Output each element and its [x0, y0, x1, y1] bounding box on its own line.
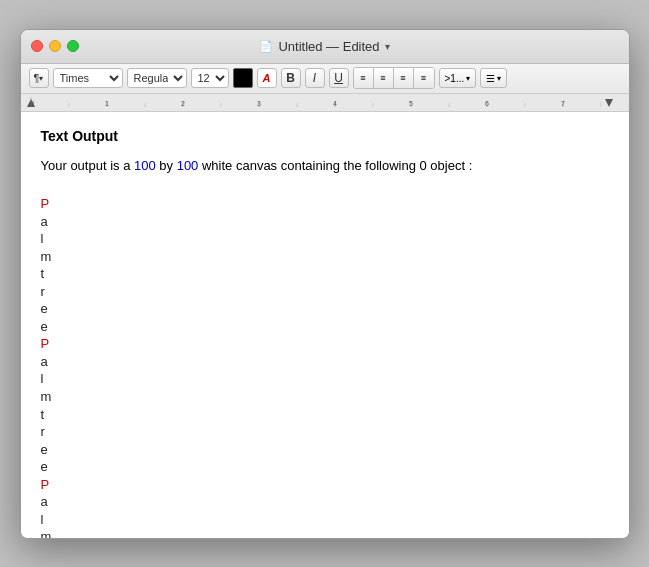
traffic-lights: [31, 40, 79, 52]
svg-rect-0: [21, 94, 629, 112]
toolbar: ¶ ▾ Times Regular 12 A B I U ≡: [21, 64, 629, 94]
char-P1: P: [41, 195, 609, 213]
desc-suffix: white canvas containing the following 0 …: [198, 158, 472, 173]
char-e4: e: [41, 458, 609, 476]
more-label: >1...: [445, 73, 465, 84]
char-l1: l: [41, 230, 609, 248]
text-color-button[interactable]: A: [257, 68, 277, 88]
char-r1: r: [41, 283, 609, 301]
char-a3: a: [41, 493, 609, 511]
close-button[interactable]: [31, 40, 43, 52]
align-justify-icon: ≡: [421, 73, 426, 83]
chevron-down-icon: ▾: [466, 74, 470, 83]
list-icon: ☰: [486, 73, 495, 84]
svg-text:7: 7: [561, 100, 565, 107]
paragraph-chevron-icon: ▾: [39, 74, 43, 83]
char-l2: l: [41, 370, 609, 388]
output-description: Your output is a 100 by 100 white canvas…: [41, 156, 609, 176]
window-title-group: 📄 Untitled — Edited ▾: [259, 39, 389, 54]
svg-text:0: 0: [30, 100, 34, 107]
ruler-svg: 0 1 2 3 4 5 6 7: [21, 94, 629, 112]
align-center-button[interactable]: ≡: [374, 68, 394, 88]
document-area: Text Output Your output is a 100 by 100 …: [21, 112, 629, 538]
desc-prefix: Your output is a: [41, 158, 134, 173]
canvas-width: 100: [134, 158, 156, 173]
char-m3: m: [41, 528, 609, 537]
pen-label: A: [263, 72, 271, 84]
paragraph-style-button[interactable]: ¶ ▾: [29, 68, 49, 88]
char-t1: t: [41, 265, 609, 283]
app-window: 📄 Untitled — Edited ▾ ¶ ▾ Times Regular …: [20, 29, 630, 539]
maximize-button[interactable]: [67, 40, 79, 52]
vertical-text: P a l m t r e e P a l m t r e e P a l m: [41, 195, 609, 538]
window-title: Untitled — Edited: [278, 39, 379, 54]
minimize-button[interactable]: [49, 40, 61, 52]
char-e3: e: [41, 441, 609, 459]
char-m1: m: [41, 248, 609, 266]
ruler: 0 1 2 3 4 5 6 7: [21, 94, 629, 112]
document-page[interactable]: Text Output Your output is a 100 by 100 …: [21, 112, 629, 538]
canvas-height: 100: [177, 158, 199, 173]
desc-by: by: [156, 158, 177, 173]
char-e2: e: [41, 318, 609, 336]
font-size-select[interactable]: 12: [191, 68, 229, 88]
document-icon: 📄: [259, 40, 273, 53]
svg-text:6: 6: [485, 100, 489, 107]
align-left-button[interactable]: ≡: [354, 68, 374, 88]
svg-text:2: 2: [181, 100, 185, 107]
char-l3: l: [41, 511, 609, 529]
list-button[interactable]: ☰ ▾: [480, 68, 507, 88]
char-t2: t: [41, 406, 609, 424]
align-left-icon: ≡: [360, 73, 365, 83]
svg-text:5: 5: [409, 100, 413, 107]
bold-button[interactable]: B: [281, 68, 301, 88]
alignment-group: ≡ ≡ ≡ ≡: [353, 67, 435, 89]
align-right-icon: ≡: [400, 73, 405, 83]
align-justify-button[interactable]: ≡: [414, 68, 434, 88]
char-P2: P: [41, 335, 609, 353]
font-style-select[interactable]: Regular: [127, 68, 187, 88]
italic-button[interactable]: I: [305, 68, 325, 88]
char-a1: a: [41, 213, 609, 231]
char-e1: e: [41, 300, 609, 318]
title-bar: 📄 Untitled — Edited ▾: [21, 30, 629, 64]
char-m2: m: [41, 388, 609, 406]
align-center-icon: ≡: [380, 73, 385, 83]
underline-button[interactable]: U: [329, 68, 349, 88]
document-heading: Text Output: [41, 128, 609, 144]
svg-text:4: 4: [333, 100, 337, 107]
color-swatch[interactable]: [233, 68, 253, 88]
char-r2: r: [41, 423, 609, 441]
char-a2: a: [41, 353, 609, 371]
more-options-button[interactable]: >1... ▾: [439, 68, 477, 88]
char-P3: P: [41, 476, 609, 494]
font-family-select[interactable]: Times: [53, 68, 123, 88]
chevron-down-icon: ▾: [385, 41, 390, 52]
svg-text:3: 3: [257, 100, 261, 107]
svg-text:1: 1: [105, 100, 109, 107]
list-chevron-icon: ▾: [497, 74, 501, 83]
align-right-button[interactable]: ≡: [394, 68, 414, 88]
